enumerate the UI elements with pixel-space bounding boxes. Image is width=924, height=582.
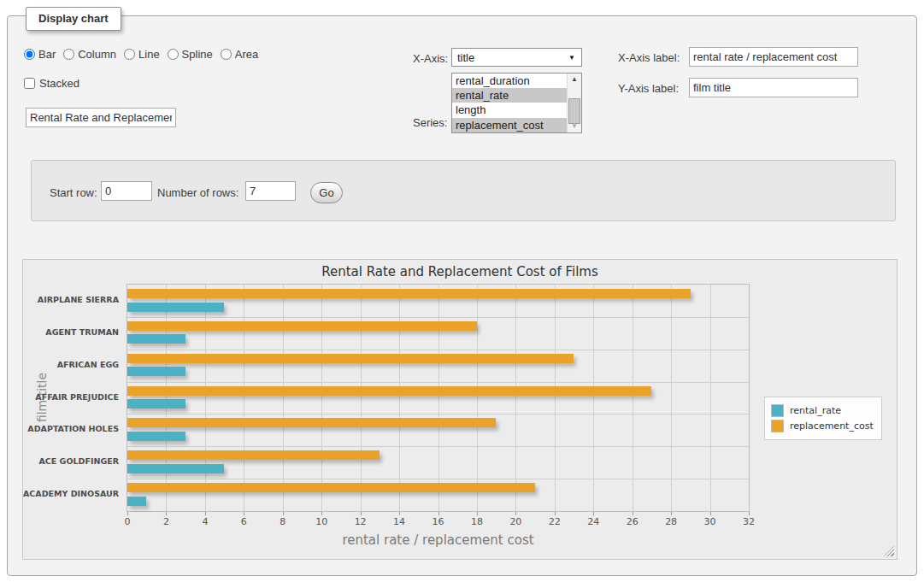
legend-label: rental_rate xyxy=(790,405,841,416)
chart-type-label: Line xyxy=(138,48,160,61)
x-tick-label: 26 xyxy=(611,516,654,527)
x-axis-selected-value: title xyxy=(457,51,474,64)
start-row-input[interactable] xyxy=(101,181,152,201)
x-tick-mark xyxy=(593,512,594,515)
series-select-label: Series: xyxy=(413,116,447,129)
x-axis-label-input[interactable] xyxy=(689,47,858,67)
x-tick-label: 12 xyxy=(339,516,382,527)
bar-replacement_cost xyxy=(127,386,651,396)
resize-handle-icon[interactable] xyxy=(884,546,894,556)
chart-type-label: Bar xyxy=(38,48,56,61)
chart-type-option-area[interactable]: Area xyxy=(221,48,258,61)
gridline-y xyxy=(127,350,749,350)
series-option-length[interactable]: length xyxy=(452,103,567,117)
bar-rental_rate xyxy=(127,303,224,312)
x-tick-mark xyxy=(399,512,400,515)
x-tick-label: 30 xyxy=(689,516,732,527)
gridline-x xyxy=(361,285,362,511)
stacked-label: Stacked xyxy=(39,77,79,90)
gridline-y xyxy=(127,479,749,479)
x-tick-mark xyxy=(671,512,672,515)
series-multiselect[interactable]: rental_durationrental_ratelengthreplacem… xyxy=(451,73,582,133)
chart-type-radio-line[interactable] xyxy=(124,49,135,60)
x-axis-title: rental rate / replacement cost xyxy=(127,532,750,548)
row-range-panel: Start row: Number of rows: Go xyxy=(31,160,896,221)
x-tick-mark xyxy=(633,512,633,515)
series-option-replacement_cost[interactable]: replacement_cost xyxy=(452,118,567,132)
legend-label: replacement_cost xyxy=(790,420,874,432)
stacked-checkbox[interactable] xyxy=(24,78,35,89)
scroll-up-icon[interactable]: ▲ xyxy=(568,73,581,85)
stacked-option[interactable]: Stacked xyxy=(24,75,79,91)
bar-replacement_cost xyxy=(127,289,691,298)
chart-type-option-column[interactable]: Column xyxy=(63,48,116,61)
start-row-label: Start row: xyxy=(50,186,97,199)
bar-rental_rate xyxy=(127,464,224,473)
legend-swatch-replacement_cost xyxy=(771,420,784,432)
gridline-x xyxy=(633,285,633,511)
chart-panel: Rental Rate and Replacement Cost of Film… xyxy=(22,259,898,560)
series-options: rental_durationrental_ratelengthreplacem… xyxy=(452,73,567,132)
chart-type-option-bar[interactable]: Bar xyxy=(24,48,56,61)
series-option-rental_duration[interactable]: rental_duration xyxy=(452,73,567,88)
gridline-x xyxy=(399,285,400,511)
gridline-x xyxy=(321,285,322,511)
chart-legend: rental_ratereplacement_cost xyxy=(764,397,882,440)
x-tick-mark xyxy=(321,512,322,515)
category-label: AIRPLANE SIERRA xyxy=(23,284,119,316)
gridline-y xyxy=(127,382,749,383)
chart-title-input[interactable] xyxy=(26,108,176,127)
number-of-rows-input[interactable] xyxy=(245,181,296,201)
y-axis-label-field-label: Y-Axis label: xyxy=(618,82,679,95)
chart-type-radio-group: BarColumnLineSplineArea xyxy=(24,46,266,62)
x-tick-mark xyxy=(244,512,244,515)
x-tick-mark xyxy=(438,512,439,515)
gridline-y xyxy=(127,317,749,318)
x-axis-select[interactable]: title ▼ xyxy=(451,48,582,67)
plot-area xyxy=(127,284,750,512)
category-label: ACADEMY DINOSAUR xyxy=(23,478,119,510)
bar-rental_rate xyxy=(127,334,185,344)
category-label: AFRICAN EGG xyxy=(23,349,119,381)
legend-item: rental_rate xyxy=(771,404,874,417)
x-tick-mark xyxy=(127,512,128,515)
bar-rental_rate xyxy=(127,399,185,409)
x-tick-mark xyxy=(361,512,362,515)
gridline-y xyxy=(127,414,749,414)
chart-type-option-line[interactable]: Line xyxy=(124,48,160,61)
chart-type-label: Area xyxy=(235,48,258,61)
x-tick-mark xyxy=(555,512,556,515)
x-tick-label: 20 xyxy=(494,516,537,527)
gridline-x xyxy=(244,285,244,511)
x-tick-label: 32 xyxy=(727,516,770,527)
x-axis-label-field-label: X-Axis label: xyxy=(618,51,680,64)
chart-type-option-spline[interactable]: Spline xyxy=(168,48,213,61)
x-tick-mark xyxy=(166,512,167,515)
scroll-down-icon[interactable]: ▼ xyxy=(568,121,581,132)
chart-type-radio-area[interactable] xyxy=(221,49,232,60)
x-tick-mark xyxy=(477,512,478,515)
series-scrollbar[interactable]: ▲ ▼ xyxy=(567,73,581,132)
go-button[interactable]: Go xyxy=(310,182,343,203)
legend-swatch-rental_rate xyxy=(771,404,784,417)
gridline-x xyxy=(515,285,516,511)
chart-type-radio-bar[interactable] xyxy=(24,49,35,60)
category-label: AGENT TRUMAN xyxy=(23,316,119,349)
chart-type-radio-column[interactable] xyxy=(63,49,74,60)
bar-replacement_cost xyxy=(127,321,477,331)
x-tick-label: 18 xyxy=(456,516,498,527)
chart-title: Rental Rate and Replacement Cost of Film… xyxy=(23,264,897,279)
x-tick-label: 16 xyxy=(417,516,460,527)
x-tick-label: 0 xyxy=(106,516,149,527)
category-label: AFFAIR PREJUDICE xyxy=(23,381,119,414)
y-axis-label-input[interactable] xyxy=(689,78,858,97)
x-axis-select-label: X-Axis: xyxy=(413,52,448,65)
x-tick-label: 2 xyxy=(144,516,187,527)
series-option-rental_rate[interactable]: rental_rate xyxy=(452,88,567,103)
gridline-x xyxy=(438,285,439,511)
chart-type-radio-spline[interactable] xyxy=(168,49,179,60)
gridline-x xyxy=(477,285,478,511)
bar-rental_rate xyxy=(127,367,185,376)
category-label: ADAPTATION HOLES xyxy=(23,413,119,445)
x-tick-label: 10 xyxy=(300,516,343,527)
